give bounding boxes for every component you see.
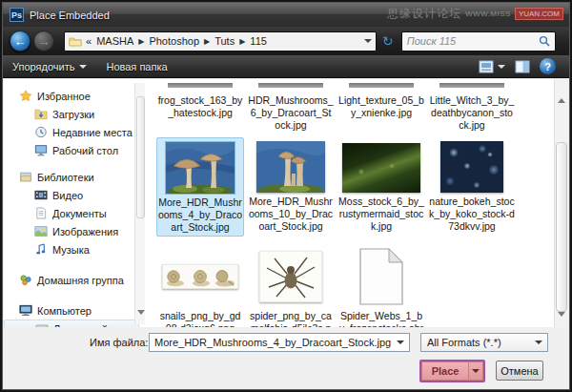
chevron-down-icon[interactable]: [397, 340, 404, 344]
sidebar-item-documents[interactable]: Документы: [4, 204, 145, 222]
sidebar-label: Рабочий стол: [52, 145, 118, 156]
help-button[interactable]: ?: [540, 58, 556, 74]
sidebar-item-video[interactable]: Видео: [4, 186, 145, 204]
help-icon: ?: [544, 61, 551, 72]
mushrooms-pair-thumbnail: [166, 142, 235, 194]
place-dropdown-button[interactable]: [469, 361, 483, 381]
sidebar-item-homegroup[interactable]: Домашняя группа: [4, 271, 145, 289]
sidebar-label: Загрузки: [52, 109, 94, 120]
views-button[interactable]: [479, 60, 505, 73]
sidebar-label: Недавние места: [52, 127, 133, 138]
navigation-bar: ← → « MASHA ▶ Photoshop ▶ Tuts ▶ 115 ↻: [3, 27, 569, 55]
preview-pane-icon[interactable]: [515, 60, 530, 73]
sidebar-item-pictures[interactable]: Изображения: [4, 222, 145, 240]
scroll-down-icon[interactable]: [137, 315, 144, 321]
chevron-down-icon: [79, 65, 87, 69]
file-item[interactable]: Spider_Webs_1_by_frozenstocks.abr: [337, 244, 425, 328]
sidebar-scrollbar[interactable]: [134, 83, 145, 324]
moss-thumbnail: [342, 143, 420, 193]
sidebar-label: Библиотеки: [37, 172, 94, 183]
sidebar-label: Музыка: [52, 244, 90, 256]
sidebar-label: Видео: [52, 190, 83, 201]
sidebar-item-libraries[interactable]: Библиотеки: [4, 168, 145, 186]
file-item[interactable]: snails_png_by_gd08-d3ioxq6.png: [156, 244, 244, 328]
sidebar-item-favorites[interactable]: Избранное: [4, 87, 145, 105]
breadcrumb-overflow[interactable]: «: [86, 35, 92, 47]
dialog-footer: Имя файла: More_HDR_Mushrooms_4_by_Draco…: [4, 327, 568, 388]
file-item[interactable]: Little_Witch_3_by_deathbycanon_stock.jpg: [428, 81, 516, 134]
cancel-button[interactable]: Отмена: [496, 361, 543, 381]
cancel-label: Отмена: [500, 365, 538, 377]
downloads-icon: [34, 108, 48, 120]
file-item[interactable]: Light_texture_05_by_xnienke.jpg: [337, 81, 425, 134]
format-select[interactable]: All Formats (*.*): [420, 333, 548, 352]
file-list-scrollbar[interactable]: [554, 79, 568, 328]
file-name: HDR_Mushrooms_6_by_Dracoart_Stock.jpg: [248, 94, 334, 132]
file-thumbnail-cutoff: [168, 83, 233, 88]
file-name: More_HDR_Mushrooms_4_by_Dracoart_Stock.j…: [157, 196, 243, 234]
place-label: Place: [432, 365, 460, 377]
file-name: frog_stock_163_by_hatestock.jpg: [157, 94, 243, 119]
spider-thumbnail: [259, 251, 322, 302]
back-button[interactable]: ←: [10, 31, 31, 52]
watermark-url-prefix: WWW.MISS: [465, 10, 511, 18]
place-button[interactable]: Place: [421, 361, 469, 381]
blank-document-icon: [358, 247, 405, 306]
file-item[interactable]: spider_png_by_camelfobia-d5ilc3s.png: [247, 244, 335, 328]
file-name: Spider_Webs_1_by_frozenstocks.abr: [338, 310, 424, 328]
file-thumbnail-cutoff: [439, 83, 504, 88]
watermark: 思缘设计论坛 WWW.MISS YUAN.COM: [387, 6, 563, 22]
refresh-icon[interactable]: ↻: [382, 34, 394, 48]
file-item[interactable]: frog_stock_163_by_hatestock.jpg: [156, 81, 244, 134]
new-folder-button[interactable]: Новая папка: [96, 55, 176, 77]
search-icon: [539, 35, 550, 47]
main-area: Избранное Загрузки Недавние места: [4, 79, 568, 328]
breadcrumb-115[interactable]: 115: [250, 35, 267, 47]
scrollbar-thumb[interactable]: [556, 142, 567, 312]
sidebar-item-recent-places[interactable]: Недавние места: [4, 123, 145, 141]
file-name: Little_Witch_3_by_deathbycanon_stock.jpg: [429, 94, 515, 132]
file-item[interactable]: nature_bokeh_stock_by_koko_stock-d73dkvv…: [428, 137, 516, 237]
sidebar-item-desktop[interactable]: Рабочий стол: [4, 141, 145, 159]
watermark-url-highlight: YUAN.COM: [515, 8, 563, 20]
window-title: Place Embedded: [30, 10, 110, 21]
file-name: spider_png_by_camelfobia-d5ilc3s.png: [248, 310, 334, 328]
new-folder-label: Новая папка: [106, 61, 167, 72]
search-input[interactable]: Поиск 115: [401, 31, 556, 52]
scroll-down-icon[interactable]: [558, 317, 566, 325]
chevron-down-icon: [472, 369, 480, 373]
homegroup-icon: [19, 274, 32, 286]
sidebar-item-computer[interactable]: Компьютер: [4, 301, 145, 320]
folder-icon: [69, 36, 82, 47]
chevron-down-icon: [498, 65, 505, 69]
file-item[interactable]: Moss_stock_6_by_rustymermaid_stock.jpg: [337, 137, 425, 237]
title-bar[interactable]: Ps Place Embedded 思缘设计论坛 WWW.MISS YUAN.C…: [3, 3, 569, 27]
bokeh-thumbnail: [440, 141, 503, 193]
photoshop-app-icon: Ps: [10, 8, 24, 22]
address-dropdown-icon[interactable]: [364, 39, 372, 43]
breadcrumb-tuts[interactable]: Tuts: [214, 35, 235, 47]
video-icon: [34, 189, 48, 201]
organize-button[interactable]: Упорядочить: [3, 55, 96, 77]
breadcrumb-photoshop[interactable]: Photoshop: [149, 35, 199, 47]
file-name: nature_bokeh_stock_by_koko_stock-d73dkvv…: [429, 196, 515, 233]
file-thumbnail-cutoff: [258, 83, 323, 88]
sidebar-label: Изображения: [52, 226, 118, 237]
scrollbar-thumb[interactable]: [136, 96, 145, 218]
chevron-right-icon: ▶: [204, 37, 210, 46]
watermark-cn-text: 思缘设计论坛: [387, 6, 461, 22]
format-value: All Formats (*.*): [427, 337, 535, 348]
breadcrumb-masha[interactable]: MASHA: [96, 35, 133, 47]
scroll-up-icon[interactable]: [137, 86, 144, 93]
address-bar[interactable]: « MASHA ▶ Photoshop ▶ Tuts ▶ 115: [64, 31, 377, 52]
sidebar-item-downloads[interactable]: Загрузки: [4, 105, 145, 123]
file-item[interactable]: HDR_Mushrooms_6_by_Dracoart_Stock.jpg: [247, 81, 335, 134]
sidebar-item-music[interactable]: Музыка: [4, 240, 145, 258]
chevron-down-icon: [535, 340, 542, 344]
filename-input[interactable]: More_HDR_Mushrooms_4_by_Dracoart_Stock.j…: [149, 333, 410, 352]
scroll-up-icon[interactable]: [558, 82, 566, 91]
forward-button[interactable]: →: [33, 31, 54, 52]
breadcrumb[interactable]: « MASHA ▶ Photoshop ▶ Tuts ▶ 115: [86, 35, 360, 47]
file-item-selected[interactable]: More_HDR_Mushrooms_4_by_Dracoart_Stock.j…: [156, 137, 244, 237]
file-item[interactable]: More_HDR_Mushrooms_10_by_Dracoart_Stock.…: [247, 137, 335, 237]
